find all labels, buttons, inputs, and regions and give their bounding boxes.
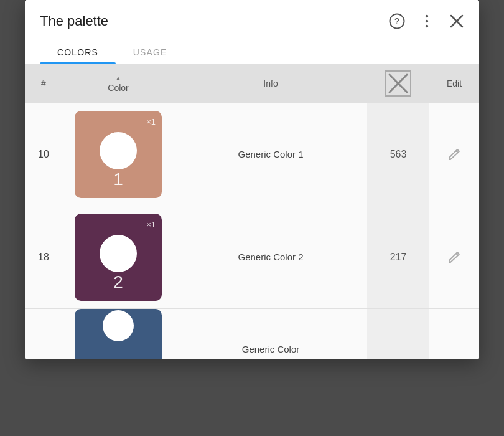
svg-point-2 — [426, 15, 428, 17]
count-cell: 563 — [367, 103, 429, 206]
row-num: 10 — [25, 149, 62, 160]
modal: The palette ? — [25, 0, 479, 359]
th-x — [367, 64, 429, 103]
edit-button[interactable] — [444, 145, 464, 164]
modal-overlay: The palette ? — [0, 0, 504, 436]
swatch-label: 1 — [113, 169, 123, 189]
svg-text:?: ? — [394, 16, 399, 26]
info-cell: Generic Color 2 — [174, 245, 367, 270]
tab-usage[interactable]: USAGE — [116, 40, 185, 64]
table-container: # ▲ Color Info Edit — [25, 64, 479, 359]
table-row: 18 ×1 2 Generic Color 2 217 — [25, 206, 479, 309]
color-cell — [62, 309, 174, 359]
swatch-multiplier: ×1 — [146, 220, 156, 229]
sort-arrow-icon: ▲ — [115, 75, 121, 82]
color-swatch — [75, 309, 162, 359]
color-swatch: ×1 2 — [75, 214, 162, 301]
swatch-label: 2 — [113, 272, 123, 292]
swatch-circle — [103, 310, 134, 341]
info-cell: Generic Color 1 — [174, 143, 367, 167]
edit-cell — [429, 145, 479, 164]
svg-point-4 — [426, 25, 428, 27]
table-header: # ▲ Color Info Edit — [25, 64, 479, 103]
edit-cell — [429, 247, 479, 267]
tab-colors[interactable]: COLORS — [40, 40, 116, 64]
svg-point-3 — [426, 20, 428, 22]
count-cell: 217 — [367, 206, 429, 308]
swatch-circle — [100, 235, 137, 272]
close-button[interactable] — [447, 11, 467, 31]
th-edit: Edit — [429, 72, 479, 95]
color-cell: ×1 1 — [62, 103, 174, 206]
modal-title: The palette — [40, 13, 387, 29]
th-info: Info — [174, 72, 367, 95]
header-icons: ? — [387, 11, 467, 31]
color-cell: ×1 2 — [62, 206, 174, 308]
count-cell — [367, 309, 429, 359]
swatch-circle — [100, 132, 137, 169]
row-num: 18 — [25, 252, 62, 263]
more-button[interactable] — [417, 11, 437, 31]
color-swatch: ×1 1 — [75, 111, 162, 198]
tabs: COLORS USAGE — [25, 40, 479, 64]
edit-button[interactable] — [444, 247, 464, 267]
swatch-multiplier: ×1 — [146, 117, 156, 126]
x-box-icon — [385, 70, 411, 97]
th-color: ▲ Color — [62, 69, 174, 99]
table-row: Generic Color — [25, 309, 479, 359]
modal-header: The palette ? — [25, 0, 479, 40]
table-row: 10 ×1 1 Generic Color 1 563 — [25, 103, 479, 206]
info-cell: Generic Color — [174, 338, 367, 359]
help-button[interactable]: ? — [387, 11, 407, 31]
th-num: # — [25, 72, 62, 95]
